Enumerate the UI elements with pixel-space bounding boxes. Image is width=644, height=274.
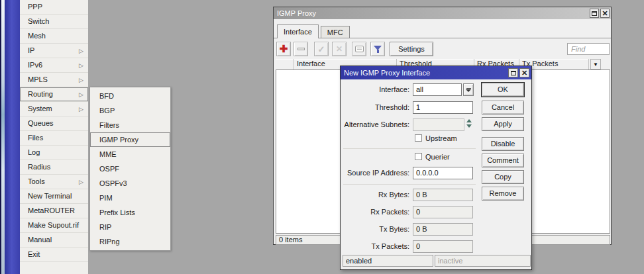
tab-label: Interface: [284, 28, 312, 36]
sidebar-item-tools[interactable]: Tools▷: [20, 175, 88, 189]
settings-label: Settings: [398, 45, 425, 53]
submenu-item-bgp[interactable]: BGP: [90, 103, 170, 118]
sidebar-item-label: PPP: [28, 3, 42, 11]
apply-button[interactable]: Apply: [482, 117, 524, 131]
source-ip-label: Source IP Address:: [341, 167, 409, 179]
sidebar-item-label: Make Supout.rif: [28, 221, 79, 229]
disable-entry-button[interactable]: Disable: [482, 137, 524, 151]
sidebar-item-new-terminal[interactable]: New Terminal: [20, 189, 88, 204]
submenu-item-prefix-lists[interactable]: Prefix Lists: [90, 205, 170, 220]
comment-entry-button[interactable]: Comment: [482, 154, 524, 167]
submenu-item-ospfv3[interactable]: OSPFv3: [90, 176, 170, 191]
submenu-item-pim[interactable]: PIM: [90, 191, 170, 205]
submenu-item-label: BGP: [99, 107, 115, 114]
window-titlebar[interactable]: IGMP Proxy ✕: [274, 7, 611, 19]
dialog-titlebar[interactable]: New IGMP Proxy Interface ✕: [341, 66, 531, 79]
settings-button[interactable]: Settings: [390, 42, 433, 56]
sidebar-item-mpls[interactable]: MPLS▷: [20, 73, 88, 87]
maximize-button[interactable]: [590, 9, 599, 18]
sidebar-item-label: MetaROUTER: [28, 206, 75, 214]
submenu-item-igmp-proxy[interactable]: IGMP Proxy: [90, 132, 170, 147]
tx-packets-row: Tx Packets: 0: [341, 240, 477, 253]
sidebar-item-switch[interactable]: Switch: [20, 15, 88, 29]
submenu-item-label: IGMP Proxy: [99, 136, 138, 144]
close-button[interactable]: ✕: [600, 9, 610, 18]
dialog-close-button[interactable]: ✕: [519, 68, 529, 77]
sidebar-item-manual[interactable]: Manual: [20, 233, 88, 248]
find-placeholder: Find: [571, 45, 585, 53]
sidebar-item-mesh[interactable]: Mesh: [20, 29, 88, 44]
find-input[interactable]: Find: [567, 43, 610, 55]
sidebar-item-routing[interactable]: Routing▷: [20, 87, 88, 102]
submenu-item-bfd[interactable]: BFD: [90, 89, 170, 103]
sidebar-item-files[interactable]: Files: [20, 131, 88, 146]
submenu-item-mme[interactable]: MME: [90, 147, 170, 161]
alternative-subnets-field[interactable]: [413, 118, 464, 131]
sidebar-item-make-supout[interactable]: Make Supout.rif: [20, 218, 88, 233]
submenu-item-label: OSPF: [99, 165, 119, 173]
remove-icon: [297, 48, 305, 50]
close-icon: ✕: [602, 10, 608, 17]
sidebar-item-label: Queues: [28, 119, 54, 127]
alternative-subnets-row: Alternative Subnets:: [341, 118, 477, 131]
querier-checkbox[interactable]: [415, 153, 422, 160]
submenu-item-label: MME: [99, 150, 117, 158]
threshold-field[interactable]: 1: [413, 101, 473, 114]
comment-button[interactable]: [352, 42, 366, 56]
column-menu-button[interactable]: ▼: [590, 59, 601, 69]
tx-bytes-row: Tx Bytes: 0 B: [341, 223, 477, 236]
interface-label: Interface:: [341, 83, 409, 96]
status-enabled: enabled: [343, 255, 433, 267]
submenu-item-label: Filters: [99, 121, 119, 129]
source-ip-row: Source IP Address: 0.0.0.0: [341, 167, 477, 179]
remove-entry-button[interactable]: Remove: [482, 187, 524, 201]
sidebar-item-label: Mesh: [28, 32, 46, 40]
sidebar-item-label: Tools: [28, 177, 45, 185]
rx-packets-label: Rx Packets:: [341, 206, 409, 218]
window-controls: ✕: [590, 9, 610, 18]
submenu-item-rip[interactable]: RIP: [90, 220, 170, 234]
dialog-maximize-button[interactable]: [508, 68, 518, 77]
tab-mfc[interactable]: MFC: [321, 26, 350, 38]
rx-packets-field: 0: [413, 206, 473, 218]
submenu-arrow-icon: ▷: [79, 59, 83, 73]
rx-bytes-row: Rx Bytes: 0 B: [341, 189, 477, 201]
maximize-icon: [592, 11, 597, 16]
sidebar-item-radius[interactable]: Radius: [20, 160, 88, 175]
source-ip-field[interactable]: 0.0.0.0: [413, 167, 473, 179]
enable-icon: ✓: [318, 44, 325, 54]
submenu-item-ripng[interactable]: RIPng: [90, 234, 170, 249]
copy-entry-button[interactable]: Copy: [482, 170, 524, 184]
tab-interface[interactable]: Interface: [277, 24, 319, 38]
cancel-button[interactable]: Cancel: [482, 101, 524, 114]
sidebar-item-queues[interactable]: Queues: [20, 116, 88, 131]
sidebar-item-ip[interactable]: IP▷: [20, 44, 88, 58]
remove-button[interactable]: [294, 42, 308, 56]
routing-submenu: BFD BGP Filters IGMP Proxy MME OSPF OSPF…: [89, 87, 171, 251]
submenu-item-filters[interactable]: Filters: [90, 118, 170, 132]
column-header-flags[interactable]: [276, 59, 294, 69]
sidebar-item-ipv6[interactable]: IPv6▷: [20, 58, 88, 73]
sidebar-item-system[interactable]: System▷: [20, 102, 88, 116]
threshold-label: Threshold:: [341, 101, 409, 114]
tx-packets-field: 0: [413, 240, 473, 253]
alternative-subnets-label: Alternative Subnets:: [341, 118, 409, 131]
interface-dropdown-button[interactable]: [463, 83, 474, 96]
submenu-item-ospf[interactable]: OSPF: [90, 161, 170, 176]
sidebar-item-metarouter[interactable]: MetaROUTER: [20, 204, 88, 218]
disable-button[interactable]: ✕: [332, 42, 347, 56]
enable-button[interactable]: ✓: [314, 42, 329, 56]
upstream-checkbox[interactable]: [415, 134, 422, 142]
filter-button[interactable]: [370, 42, 385, 56]
add-button[interactable]: ✚: [276, 42, 291, 56]
winbox-desktop: PPP Switch Mesh IP▷ IPv6▷ MPLS▷ Routing▷…: [0, 0, 644, 274]
interface-combo[interactable]: all: [413, 83, 462, 96]
alternative-subnets-stepper[interactable]: [466, 119, 472, 128]
ok-button[interactable]: OK: [482, 83, 524, 97]
sidebar-item-exit[interactable]: Exit: [20, 248, 88, 262]
spinner-down-icon: [466, 124, 472, 128]
sidebar-item-log[interactable]: Log: [20, 146, 88, 160]
sidebar-item-ppp[interactable]: PPP: [20, 0, 88, 15]
section-divider: [343, 184, 476, 185]
rx-bytes-label: Rx Bytes:: [341, 189, 409, 201]
